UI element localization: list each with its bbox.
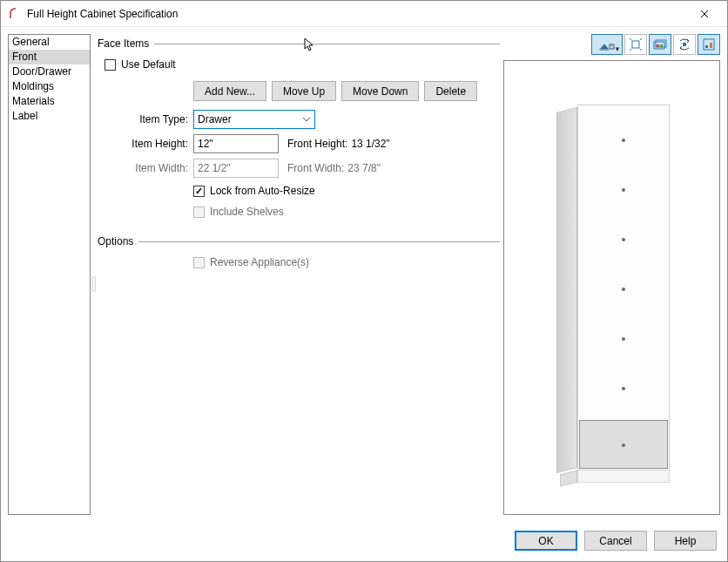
dialog-content: General Front Door/Drawer Moldings Mater… xyxy=(1,27,727,522)
item-height-label: Item Height: xyxy=(98,138,193,150)
item-width-row: Item Width: Front Width: 23 7/8" xyxy=(98,159,500,178)
fullscreen-button[interactable] xyxy=(624,34,647,55)
cabinet-base-front xyxy=(577,471,670,483)
preview-panel[interactable] xyxy=(503,60,720,515)
item-height-input[interactable] xyxy=(193,134,279,153)
sidebar-item-moldings[interactable]: Moldings xyxy=(9,79,90,94)
cabinet-preview xyxy=(556,105,671,475)
view-mode-button[interactable]: ▼ xyxy=(591,34,623,55)
reverse-appliances-label: Reverse Appliance(s) xyxy=(210,256,309,268)
chevron-down-icon xyxy=(299,111,314,128)
dialog-title: Full Height Cabinet Specification xyxy=(27,8,685,20)
cabinet-side xyxy=(556,107,577,473)
drawer-knob xyxy=(622,238,625,241)
preview-toolbar: ▼ xyxy=(503,34,720,55)
svg-rect-5 xyxy=(657,44,659,47)
reverse-appliances-row: Reverse Appliance(s) xyxy=(193,254,500,270)
sidebar-item-front[interactable]: Front xyxy=(9,50,90,64)
view-mode-icon xyxy=(599,38,615,51)
include-shelves-checkbox xyxy=(193,207,205,218)
drawer-knob xyxy=(622,188,625,192)
drawer-knob xyxy=(622,387,625,390)
fullscreen-icon xyxy=(630,38,642,51)
options-label: Options xyxy=(98,235,133,247)
item-width-label: Item Width: xyxy=(98,162,193,174)
lock-auto-resize-label: Lock from Auto-Resize xyxy=(210,185,315,197)
category-sidebar[interactable]: General Front Door/Drawer Moldings Mater… xyxy=(8,34,91,515)
color-toggle-button[interactable] xyxy=(649,34,671,55)
svg-rect-8 xyxy=(704,39,714,50)
selected-drawer[interactable] xyxy=(579,420,668,469)
cancel-button[interactable]: Cancel xyxy=(584,531,647,551)
rotate-icon xyxy=(677,38,691,51)
options-header: Options xyxy=(98,235,500,247)
reverse-appliances-checkbox xyxy=(193,257,205,268)
item-type-row: Item Type: Drawer xyxy=(98,110,500,129)
front-height-label: Front Height: xyxy=(287,138,347,150)
sidebar-item-label[interactable]: Label xyxy=(9,109,90,124)
rotate-button[interactable] xyxy=(673,34,696,55)
item-type-label: Item Type: xyxy=(98,113,193,125)
sidebar-item-door-drawer[interactable]: Door/Drawer xyxy=(9,64,90,79)
front-height-value: 13 1/32" xyxy=(351,138,389,150)
svg-rect-10 xyxy=(710,43,712,48)
delete-button[interactable]: Delete xyxy=(424,81,477,101)
sidebar-item-materials[interactable]: Materials xyxy=(9,94,90,109)
titlebar[interactable]: Full Height Cabinet Specification xyxy=(1,1,727,27)
main-area: Face Items Use Default Add New... Move U… xyxy=(98,34,720,515)
drawer-knob xyxy=(622,337,625,341)
add-new-button[interactable]: Add New... xyxy=(193,81,266,101)
final-view-button[interactable] xyxy=(698,34,720,55)
dialog-footer: OK Cancel Help xyxy=(1,522,727,561)
header-rule xyxy=(154,44,500,44)
lock-auto-resize-checkbox[interactable] xyxy=(193,186,205,197)
lock-auto-resize-row[interactable]: Lock from Auto-Resize xyxy=(193,183,500,199)
use-default-label: Use Default xyxy=(121,58,176,71)
item-width-input xyxy=(193,159,279,178)
final-view-icon xyxy=(703,38,715,51)
use-default-row[interactable]: Use Default xyxy=(104,57,500,72)
dialog-window: Full Height Cabinet Specification Genera… xyxy=(0,0,728,562)
drawer-knob xyxy=(622,444,625,447)
app-icon xyxy=(8,7,22,21)
item-type-value: Drawer xyxy=(194,113,299,125)
cabinet-front xyxy=(577,105,670,471)
drawer-knob xyxy=(622,139,625,142)
sidebar-item-general[interactable]: General xyxy=(9,35,90,50)
options-rule xyxy=(138,241,500,242)
close-button[interactable] xyxy=(685,2,724,26)
svg-rect-9 xyxy=(705,45,708,48)
help-button[interactable]: Help xyxy=(654,531,717,551)
include-shelves-label: Include Shelves xyxy=(210,206,284,218)
include-shelves-row: Include Shelves xyxy=(193,204,500,220)
color-toggle-icon xyxy=(653,38,667,51)
svg-rect-7 xyxy=(683,43,686,46)
face-item-buttons: Add New... Move Up Move Down Delete xyxy=(193,81,500,101)
drawer-knob xyxy=(622,288,625,291)
front-width-label: Front Width: xyxy=(287,162,344,174)
left-splitter-handle[interactable] xyxy=(92,276,96,292)
move-down-button[interactable]: Move Down xyxy=(341,81,419,101)
front-width-value: 23 7/8" xyxy=(347,162,381,174)
item-height-row: Item Height: Front Height: 13 1/32" xyxy=(98,134,500,153)
preview-column: ▼ xyxy=(503,34,720,515)
ok-button[interactable]: OK xyxy=(515,531,577,551)
cabinet-base-side xyxy=(560,471,577,487)
svg-rect-0 xyxy=(599,49,609,50)
svg-rect-2 xyxy=(632,41,639,48)
use-default-checkbox[interactable] xyxy=(104,59,116,71)
item-type-combo[interactable]: Drawer xyxy=(193,110,315,129)
move-up-button[interactable]: Move Up xyxy=(272,81,336,101)
face-items-header: Face Items xyxy=(98,37,500,50)
form-area: Face Items Use Default Add New... Move U… xyxy=(98,34,500,515)
dropdown-arrow-icon: ▼ xyxy=(614,45,621,53)
face-items-label: Face Items xyxy=(98,37,149,50)
svg-rect-6 xyxy=(660,44,663,47)
